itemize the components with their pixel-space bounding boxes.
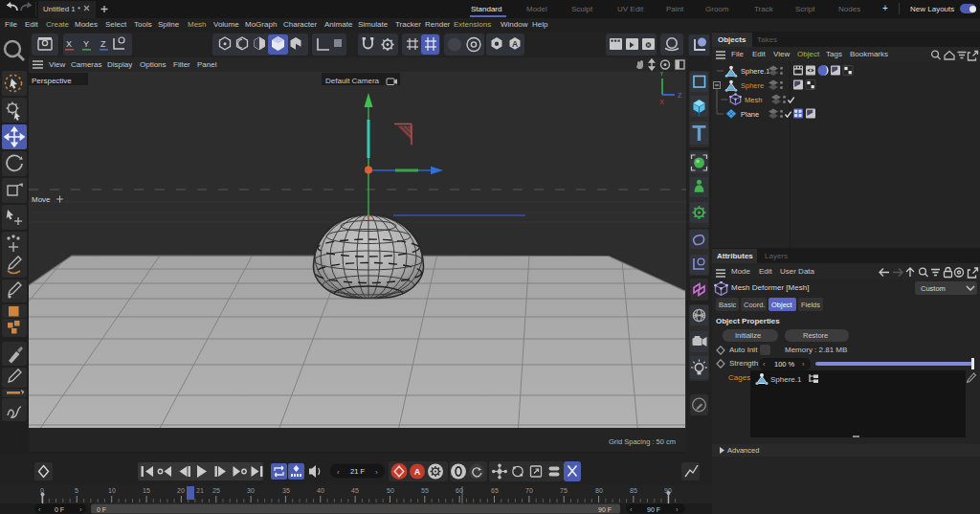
svg-text:45: 45 — [351, 487, 359, 494]
svg-text:A: A — [414, 467, 421, 477]
svg-text:Z: Z — [100, 39, 106, 49]
svg-text:15: 15 — [143, 487, 150, 494]
svg-text:›: › — [375, 468, 378, 477]
svg-text:70: 70 — [525, 487, 533, 494]
svg-text:Sphere: Sphere — [741, 81, 764, 90]
svg-text:21 F: 21 F — [350, 467, 365, 476]
svg-text:Untitled 1 *: Untitled 1 * — [43, 5, 80, 13]
svg-text:X: X — [659, 98, 664, 106]
svg-text:80: 80 — [595, 487, 603, 494]
svg-text:‹: ‹ — [337, 468, 340, 477]
svg-text:Move: Move — [32, 195, 51, 204]
svg-text:75: 75 — [560, 487, 568, 494]
svg-text:Sphere.1: Sphere.1 — [741, 67, 769, 76]
svg-text:90 F: 90 F — [647, 506, 660, 513]
svg-text:35: 35 — [282, 487, 290, 494]
svg-text:Mesh: Mesh — [745, 96, 762, 104]
svg-text:Perspective: Perspective — [32, 77, 72, 85]
svg-text:85: 85 — [630, 487, 637, 494]
svg-text:40: 40 — [317, 487, 324, 494]
svg-text:Grid Spacing : 50 cm: Grid Spacing : 50 cm — [609, 437, 676, 446]
svg-text:20: 20 — [177, 487, 185, 494]
svg-text:25: 25 — [212, 487, 220, 494]
svg-text:55: 55 — [421, 487, 429, 494]
svg-text:Plane: Plane — [741, 110, 759, 119]
svg-text:5: 5 — [75, 487, 78, 494]
svg-text:Y: Y — [83, 39, 89, 49]
svg-text:21: 21 — [196, 487, 204, 494]
svg-text:0 F: 0 F — [97, 506, 106, 513]
svg-text:A: A — [512, 39, 518, 49]
svg-text:X: X — [66, 39, 72, 49]
svg-text:Default Camera: Default Camera — [325, 77, 380, 85]
svg-text:Y: Y — [659, 72, 664, 78]
svg-text:30: 30 — [247, 487, 255, 494]
svg-text:50: 50 — [387, 487, 394, 494]
svg-text:65: 65 — [491, 487, 499, 494]
svg-text:10: 10 — [108, 487, 116, 494]
svg-text:90 F: 90 F — [598, 506, 612, 513]
svg-text:Z: Z — [678, 91, 682, 100]
svg-text:0 F: 0 F — [55, 506, 64, 513]
